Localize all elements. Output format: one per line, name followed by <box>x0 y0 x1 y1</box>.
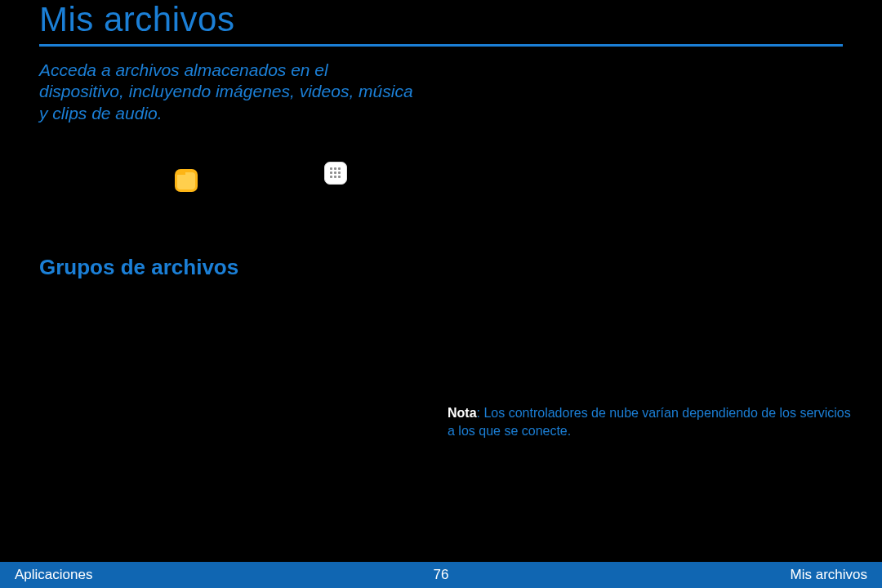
my-files-icon <box>175 169 198 192</box>
section-title: Grupos de archivos <box>39 255 843 280</box>
page-title: Mis archivos <box>39 0 843 39</box>
footer-right: Mis archivos <box>791 567 867 583</box>
icon-row <box>175 157 843 189</box>
footer-left: Aplicaciones <box>15 567 92 583</box>
intro-text: Acceda a archivos almacenados en el disp… <box>39 60 415 124</box>
page-footer: Aplicaciones 76 Mis archivos <box>0 562 882 588</box>
title-rule <box>39 44 843 47</box>
apps-icon <box>324 162 347 185</box>
footer-page-number: 76 <box>434 567 449 583</box>
note-block: Nota: Los controladores de nube varían d… <box>448 404 856 439</box>
note-label: Nota <box>448 406 477 420</box>
apps-grid-icon <box>330 167 341 179</box>
note-text: : Los controladores de nube varían depen… <box>448 406 851 438</box>
